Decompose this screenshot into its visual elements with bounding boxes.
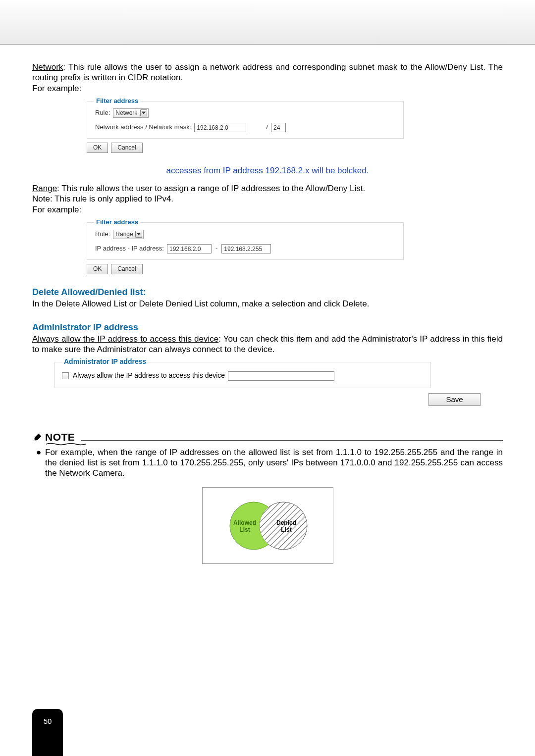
range-desc-text: : This rule allows the user to assign a …: [57, 184, 365, 193]
range-note: Note: This rule is only applied to IPv4.: [32, 194, 503, 204]
network-paragraph: Network: This rule allows the user to as…: [32, 62, 503, 83]
network-button-row: OK Cancel: [87, 143, 503, 153]
venn-diagram: Allowed List Denied List: [202, 487, 333, 564]
network-address-label: Network address / Network mask:: [95, 123, 191, 131]
rule-select[interactable]: Range: [113, 230, 144, 239]
delete-desc: In the Delete Allowed List or Delete Den…: [32, 299, 503, 309]
page-number: 50: [44, 717, 52, 725]
header-band: [0, 0, 535, 45]
fieldset-legend: Filter address: [94, 97, 140, 105]
rule-select-value: Range: [115, 231, 133, 238]
ok-button[interactable]: OK: [87, 143, 108, 153]
filter-address-range-fieldset: Filter address Rule: Range IP address - …: [87, 222, 404, 260]
admin-ip-input[interactable]: [228, 371, 334, 381]
wavy-underline-icon: [46, 443, 86, 446]
fieldset-legend: Filter address: [94, 218, 140, 226]
for-example-2: For example:: [32, 204, 503, 215]
admin-keyword: Always allow the IP address to access th…: [32, 334, 218, 344]
rule-select[interactable]: Network: [113, 108, 149, 118]
note-header: NOTE: [32, 431, 503, 444]
always-allow-label: Always allow the IP address to access th…: [73, 371, 225, 380]
admin-heading: Administrator IP address: [32, 322, 503, 333]
chevron-down-icon: [140, 109, 147, 116]
network-mask-input[interactable]: 24: [271, 123, 286, 132]
range-paragraph: Range: This rule allows the user to assi…: [32, 183, 503, 194]
save-button[interactable]: Save: [428, 393, 481, 406]
page-number-tab: 50: [32, 709, 63, 756]
for-example-1: For example:: [32, 83, 503, 94]
pen-icon: [32, 432, 43, 443]
delete-heading: Delete Allowed/Denied list:: [32, 287, 503, 298]
bullet-icon: ●: [36, 447, 45, 479]
note-hr: [81, 440, 503, 441]
network-address-input[interactable]: 192.168.2.0: [194, 123, 246, 132]
network-keyword: Network: [32, 62, 63, 72]
network-caption: accesses from IP address 192.168.2.x wil…: [32, 165, 503, 176]
ip-from-input[interactable]: 192.168.2.0: [167, 244, 212, 253]
rule-label: Rule:: [95, 109, 110, 117]
range-separator: -: [215, 245, 217, 252]
range-button-row: OK Cancel: [87, 264, 503, 274]
filter-address-network-fieldset: Filter address Rule: Network Network add…: [87, 101, 404, 139]
denied-label: Denied: [276, 519, 296, 526]
admin-ip-fieldset: Administrator IP address Always allow th…: [54, 362, 431, 388]
rule-label: Rule:: [95, 230, 110, 238]
ip-range-label: IP address - IP address:: [95, 245, 164, 252]
allowed-label: Allowed: [233, 519, 256, 526]
rule-select-value: Network: [115, 109, 137, 117]
note-bullet-text: For example, when the range of IP addres…: [45, 447, 503, 479]
cancel-button[interactable]: Cancel: [111, 143, 142, 153]
cancel-button[interactable]: Cancel: [111, 264, 142, 274]
always-allow-checkbox[interactable]: [62, 372, 69, 379]
list-label-2: List: [281, 526, 291, 533]
admin-paragraph: Always allow the IP address to access th…: [32, 334, 503, 355]
network-desc-text: : This rule allows the user to assign a …: [32, 62, 503, 82]
fieldset-legend: Administrator IP address: [62, 357, 148, 366]
chevron-down-icon: [135, 231, 142, 238]
ok-button[interactable]: OK: [87, 264, 108, 274]
mask-separator: /: [266, 123, 268, 131]
range-keyword: Range: [32, 184, 57, 193]
list-label-1: List: [239, 526, 250, 533]
note-bullet: ● For example, when the range of IP addr…: [36, 447, 503, 479]
ip-to-input[interactable]: 192.168.2.255: [221, 244, 271, 253]
